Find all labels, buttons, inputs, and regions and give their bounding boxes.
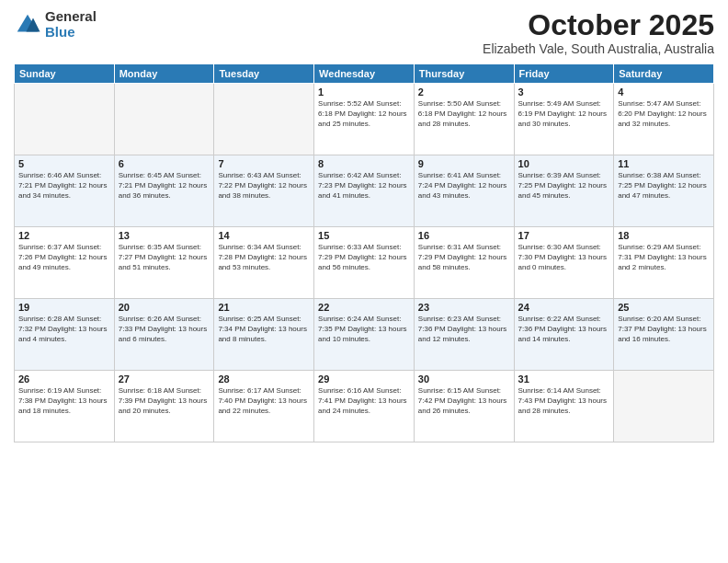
day-number: 31 [518, 373, 610, 385]
day-number: 21 [218, 302, 310, 313]
table-row: 8Sunrise: 6:42 AM Sunset: 7:23 PM Daylig… [314, 155, 415, 227]
table-row: 25Sunrise: 6:20 AM Sunset: 7:37 PM Dayli… [614, 299, 714, 371]
day-number: 27 [119, 373, 210, 385]
day-info: Sunrise: 5:50 AM Sunset: 6:18 PM Dayligh… [418, 99, 510, 129]
table-row: 13Sunrise: 6:35 AM Sunset: 7:27 PM Dayli… [114, 227, 214, 299]
subtitle: Elizabeth Vale, South Australia, Austral… [483, 41, 714, 56]
calendar-week-row: 26Sunrise: 6:19 AM Sunset: 7:38 PM Dayli… [15, 371, 714, 442]
day-info: Sunrise: 5:49 AM Sunset: 6:19 PM Dayligh… [518, 99, 610, 129]
day-info: Sunrise: 6:30 AM Sunset: 7:30 PM Dayligh… [518, 243, 610, 272]
table-row: 4Sunrise: 5:47 AM Sunset: 6:20 PM Daylig… [614, 84, 714, 155]
day-number: 8 [318, 158, 410, 169]
day-info: Sunrise: 6:14 AM Sunset: 7:43 PM Dayligh… [518, 386, 610, 416]
day-info: Sunrise: 6:45 AM Sunset: 7:21 PM Dayligh… [119, 171, 210, 201]
day-number: 29 [318, 373, 410, 385]
day-number: 13 [119, 230, 210, 241]
day-number: 1 [318, 86, 410, 98]
day-number: 26 [18, 373, 110, 385]
table-row: 5Sunrise: 6:46 AM Sunset: 7:21 PM Daylig… [15, 155, 115, 227]
header-monday: Monday [114, 64, 214, 84]
day-number: 7 [218, 158, 310, 169]
day-number: 28 [218, 373, 310, 385]
day-number: 18 [618, 230, 710, 241]
day-info: Sunrise: 6:41 AM Sunset: 7:24 PM Dayligh… [418, 171, 510, 201]
day-info: Sunrise: 6:33 AM Sunset: 7:29 PM Dayligh… [318, 243, 410, 272]
day-info: Sunrise: 6:18 AM Sunset: 7:39 PM Dayligh… [119, 386, 210, 416]
table-row: 18Sunrise: 6:29 AM Sunset: 7:31 PM Dayli… [614, 227, 714, 299]
day-number: 6 [119, 158, 210, 169]
table-row: 23Sunrise: 6:23 AM Sunset: 7:36 PM Dayli… [414, 299, 514, 371]
calendar-week-row: 1Sunrise: 5:52 AM Sunset: 6:18 PM Daylig… [15, 84, 714, 155]
table-row: 19Sunrise: 6:28 AM Sunset: 7:32 PM Dayli… [15, 299, 115, 371]
table-row: 10Sunrise: 6:39 AM Sunset: 7:25 PM Dayli… [514, 155, 614, 227]
logo: General Blue [14, 9, 97, 40]
table-row: 11Sunrise: 6:38 AM Sunset: 7:25 PM Dayli… [614, 155, 714, 227]
table-row: 24Sunrise: 6:22 AM Sunset: 7:36 PM Dayli… [514, 299, 614, 371]
day-info: Sunrise: 6:34 AM Sunset: 7:28 PM Dayligh… [218, 243, 310, 272]
day-info: Sunrise: 6:29 AM Sunset: 7:31 PM Dayligh… [618, 243, 710, 272]
day-info: Sunrise: 6:23 AM Sunset: 7:36 PM Dayligh… [418, 315, 510, 344]
table-row: 22Sunrise: 6:24 AM Sunset: 7:35 PM Dayli… [314, 299, 415, 371]
header-saturday: Saturday [614, 64, 714, 84]
day-info: Sunrise: 5:52 AM Sunset: 6:18 PM Dayligh… [318, 99, 410, 129]
table-row [114, 84, 214, 155]
day-info: Sunrise: 6:20 AM Sunset: 7:37 PM Dayligh… [618, 315, 710, 344]
day-info: Sunrise: 5:47 AM Sunset: 6:20 PM Dayligh… [618, 99, 710, 129]
day-info: Sunrise: 6:26 AM Sunset: 7:33 PM Dayligh… [119, 315, 210, 344]
table-row: 12Sunrise: 6:37 AM Sunset: 7:26 PM Dayli… [15, 227, 115, 299]
day-number: 24 [518, 302, 610, 313]
logo-text: General Blue [45, 9, 97, 40]
day-info: Sunrise: 6:16 AM Sunset: 7:41 PM Dayligh… [318, 386, 410, 416]
calendar-week-row: 19Sunrise: 6:28 AM Sunset: 7:32 PM Dayli… [15, 299, 714, 371]
day-info: Sunrise: 6:42 AM Sunset: 7:23 PM Dayligh… [318, 171, 410, 201]
day-number: 4 [618, 86, 710, 98]
table-row: 29Sunrise: 6:16 AM Sunset: 7:41 PM Dayli… [314, 371, 415, 442]
table-row: 20Sunrise: 6:26 AM Sunset: 7:33 PM Dayli… [114, 299, 214, 371]
calendar-week-row: 5Sunrise: 6:46 AM Sunset: 7:21 PM Daylig… [15, 155, 714, 227]
table-row: 6Sunrise: 6:45 AM Sunset: 7:21 PM Daylig… [114, 155, 214, 227]
table-row: 2Sunrise: 5:50 AM Sunset: 6:18 PM Daylig… [414, 84, 514, 155]
day-info: Sunrise: 6:25 AM Sunset: 7:34 PM Dayligh… [218, 315, 310, 344]
day-info: Sunrise: 6:28 AM Sunset: 7:32 PM Dayligh… [18, 315, 110, 344]
header-friday: Friday [514, 64, 614, 84]
logo-blue: Blue [45, 25, 97, 40]
day-info: Sunrise: 6:31 AM Sunset: 7:29 PM Dayligh… [418, 243, 510, 272]
table-row: 14Sunrise: 6:34 AM Sunset: 7:28 PM Dayli… [214, 227, 314, 299]
table-row: 31Sunrise: 6:14 AM Sunset: 7:43 PM Dayli… [514, 371, 614, 442]
logo-icon [14, 11, 41, 39]
day-number: 15 [318, 230, 410, 241]
day-number: 22 [318, 302, 410, 313]
day-number: 9 [418, 158, 510, 169]
table-row: 28Sunrise: 6:17 AM Sunset: 7:40 PM Dayli… [214, 371, 314, 442]
title-block: October 2025 Elizabeth Vale, South Austr… [483, 9, 714, 56]
day-number: 20 [119, 302, 210, 313]
calendar-table: Sunday Monday Tuesday Wednesday Thursday… [14, 63, 714, 442]
day-number: 25 [618, 302, 710, 313]
logo-general: General [45, 9, 97, 25]
day-info: Sunrise: 6:35 AM Sunset: 7:27 PM Dayligh… [119, 243, 210, 272]
day-info: Sunrise: 6:38 AM Sunset: 7:25 PM Dayligh… [618, 171, 710, 201]
header-tuesday: Tuesday [214, 64, 314, 84]
day-number: 30 [418, 373, 510, 385]
day-info: Sunrise: 6:46 AM Sunset: 7:21 PM Dayligh… [18, 171, 110, 201]
day-info: Sunrise: 6:17 AM Sunset: 7:40 PM Dayligh… [218, 386, 310, 416]
table-row: 26Sunrise: 6:19 AM Sunset: 7:38 PM Dayli… [15, 371, 115, 442]
day-info: Sunrise: 6:37 AM Sunset: 7:26 PM Dayligh… [18, 243, 110, 272]
day-info: Sunrise: 6:24 AM Sunset: 7:35 PM Dayligh… [318, 315, 410, 344]
table-row: 9Sunrise: 6:41 AM Sunset: 7:24 PM Daylig… [414, 155, 514, 227]
day-number: 12 [18, 230, 110, 241]
table-row: 21Sunrise: 6:25 AM Sunset: 7:34 PM Dayli… [214, 299, 314, 371]
table-row: 30Sunrise: 6:15 AM Sunset: 7:42 PM Dayli… [414, 371, 514, 442]
day-info: Sunrise: 6:19 AM Sunset: 7:38 PM Dayligh… [18, 386, 110, 416]
day-info: Sunrise: 6:15 AM Sunset: 7:42 PM Dayligh… [418, 386, 510, 416]
table-row: 7Sunrise: 6:43 AM Sunset: 7:22 PM Daylig… [214, 155, 314, 227]
table-row [15, 84, 115, 155]
table-row: 27Sunrise: 6:18 AM Sunset: 7:39 PM Dayli… [114, 371, 214, 442]
day-number: 14 [218, 230, 310, 241]
table-row: 16Sunrise: 6:31 AM Sunset: 7:29 PM Dayli… [414, 227, 514, 299]
day-number: 17 [518, 230, 610, 241]
day-number: 23 [418, 302, 510, 313]
table-row: 15Sunrise: 6:33 AM Sunset: 7:29 PM Dayli… [314, 227, 415, 299]
header-wednesday: Wednesday [314, 64, 415, 84]
page: General Blue October 2025 Elizabeth Vale… [0, 0, 728, 563]
